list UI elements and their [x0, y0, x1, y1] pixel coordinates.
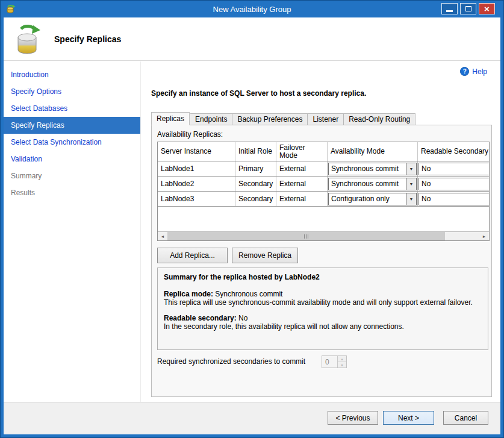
cell-readable-secondary: No	[418, 192, 490, 206]
cell-server-instance[interactable]: LabNode1	[158, 161, 235, 176]
close-button[interactable]: ×	[479, 3, 495, 14]
readable-secondary-dropdown[interactable]: No	[418, 163, 490, 175]
sidebar-item-select-databases[interactable]: Select Databases	[4, 100, 140, 117]
chevron-down-icon[interactable]: ▼	[406, 193, 416, 205]
tab-endpoints[interactable]: Endpoints	[190, 113, 232, 125]
availability-replicas-table[interactable]: Server Instance Initial Role Failover Mo…	[157, 142, 490, 241]
replicas-tab-panel: Availability Replicas: Server Instance I…	[151, 125, 492, 397]
sidebar-item-specify-replicas[interactable]: Specify Replicas	[4, 117, 140, 134]
availability-mode-dropdown[interactable]: Synchronous commit ▼	[328, 178, 417, 190]
col-header-failover-mode: Failover Mode	[276, 142, 328, 161]
cell-failover-mode: External	[276, 177, 328, 191]
add-replica-button[interactable]: Add Replica...	[157, 248, 228, 263]
availability-group-icon	[13, 23, 45, 56]
close-icon: ×	[484, 4, 490, 14]
caption-buttons: ×	[441, 3, 495, 14]
help-link[interactable]: ? Help	[460, 67, 487, 76]
dropdown-value: Synchronous commit	[329, 180, 406, 188]
replica-mode-value: Synchronous commit	[213, 290, 282, 298]
scroll-right-arrow-icon[interactable]: ►	[479, 232, 489, 240]
replica-summary-box: Summary for the replica hosted by LabNod…	[157, 267, 488, 350]
tab-replicas[interactable]: Replicas	[151, 112, 190, 125]
col-header-initial-role: Initial Role	[235, 142, 276, 161]
spinner-value: 0	[322, 356, 337, 368]
dialog-window: New Availability Group ×	[0, 0, 504, 438]
tab-read-only-routing[interactable]: Read-Only Routing	[344, 113, 415, 125]
remove-replica-button[interactable]: Remove Replica	[232, 248, 298, 263]
dialog-client-area: Specify Replicas Introduction Specify Op…	[4, 17, 500, 434]
next-button[interactable]: Next >	[383, 411, 434, 425]
page-instruction: Specify an instance of SQL Server to hos…	[151, 89, 366, 98]
sidebar-item-summary: Summary	[4, 167, 140, 184]
wizard-page-content: ? Help Specify an instance of SQL Server…	[142, 61, 500, 402]
cell-availability-mode: Configuration only ▼	[328, 192, 418, 206]
tab-backup-preferences[interactable]: Backup Preferences	[232, 113, 308, 125]
availability-replicas-label: Availability Replicas:	[157, 130, 223, 139]
replica-tabs: Replicas Endpoints Backup Preferences Li…	[151, 112, 415, 125]
table-row[interactable]: LabNode3 Secondary External Configuratio…	[158, 192, 489, 207]
readable-secondary-dropdown[interactable]: No	[418, 178, 490, 190]
title-bar[interactable]: New Availability Group ×	[1, 1, 503, 17]
tab-listener[interactable]: Listener	[308, 113, 344, 125]
table-row[interactable]: LabNode2 Secondary External Synchronous …	[158, 177, 489, 192]
previous-button[interactable]: < Previous	[328, 411, 378, 425]
sidebar-item-select-data-synchronization[interactable]: Select Data Synchronization	[4, 134, 140, 151]
availability-mode-dropdown[interactable]: Configuration only ▼	[328, 193, 417, 205]
dropdown-value: Synchronous commit	[329, 164, 406, 173]
help-label: Help	[472, 67, 487, 76]
maximize-icon	[465, 6, 471, 11]
cell-readable-secondary: No	[418, 177, 490, 191]
sidebar-item-results: Results	[4, 184, 140, 201]
readable-secondary-description: In the secondary role, this availability…	[164, 322, 482, 331]
thumb-grip-icon	[308, 234, 308, 239]
window-title: New Availability Group	[1, 1, 503, 17]
thumb-grip-icon	[304, 234, 305, 239]
wizard-steps-sidebar: Introduction Specify Options Select Data…	[4, 61, 141, 402]
spin-up-icon: ▲	[338, 356, 346, 362]
col-header-server-instance: Server Instance	[158, 142, 235, 161]
cell-server-instance[interactable]: LabNode2	[158, 177, 235, 191]
dropdown-value: No	[419, 195, 490, 203]
table-row[interactable]: LabNode1 Primary External Synchronous co…	[158, 161, 489, 177]
dropdown-value: No	[419, 180, 490, 188]
sidebar-item-validation[interactable]: Validation	[4, 151, 140, 167]
required-secondaries-spinner: 0 ▲ ▼	[322, 355, 347, 368]
spin-down-icon: ▼	[338, 362, 346, 368]
cell-initial-role: Primary	[235, 161, 276, 176]
help-icon: ?	[460, 67, 469, 76]
scrollbar-track[interactable]	[167, 232, 479, 240]
wizard-header: Specify Replicas	[4, 17, 500, 61]
cancel-button[interactable]: Cancel	[443, 411, 488, 425]
cell-failover-mode: External	[276, 192, 328, 206]
chevron-down-icon[interactable]: ▼	[406, 163, 416, 175]
summary-title: Summary for the replica hosted by LabNod…	[164, 273, 482, 281]
dropdown-value: No	[419, 164, 490, 173]
availability-mode-dropdown[interactable]: Synchronous commit ▼	[328, 163, 417, 175]
cell-server-instance[interactable]: LabNode3	[158, 192, 235, 206]
minimize-icon	[446, 10, 453, 12]
thumb-grip-icon	[306, 234, 306, 239]
page-title: Specify Replicas	[54, 17, 121, 61]
sidebar-item-introduction[interactable]: Introduction	[4, 66, 140, 83]
chevron-down-icon[interactable]: ▼	[406, 178, 416, 190]
col-header-readable-secondary: Readable Secondary	[418, 142, 490, 161]
minimize-button[interactable]	[441, 3, 458, 14]
replica-mode-label: Replica mode:	[164, 290, 213, 298]
cell-availability-mode: Synchronous commit ▼	[328, 161, 418, 176]
cell-readable-secondary: No	[418, 161, 490, 176]
cell-availability-mode: Synchronous commit ▼	[328, 177, 418, 191]
wizard-footer: < Previous Next > Cancel	[4, 402, 500, 434]
readable-secondary-label: Readable secondary:	[164, 314, 237, 322]
readable-secondary-value: No	[237, 314, 248, 322]
replica-mode-line: Replica mode: Synchronous commit	[164, 290, 482, 298]
readable-secondary-dropdown[interactable]: No	[418, 193, 490, 205]
horizontal-scrollbar[interactable]: ◄ ►	[158, 231, 489, 240]
table-header-row: Server Instance Initial Role Failover Mo…	[158, 142, 489, 161]
cell-initial-role: Secondary	[235, 192, 276, 206]
required-secondaries-row: Required synchronized secondaries to com…	[157, 355, 482, 368]
scrollbar-thumb[interactable]	[167, 232, 445, 240]
sidebar-item-specify-options[interactable]: Specify Options	[4, 83, 140, 100]
scroll-left-arrow-icon[interactable]: ◄	[158, 232, 167, 240]
readable-secondary-line: Readable secondary: No	[164, 314, 482, 322]
maximize-button[interactable]	[460, 3, 476, 14]
